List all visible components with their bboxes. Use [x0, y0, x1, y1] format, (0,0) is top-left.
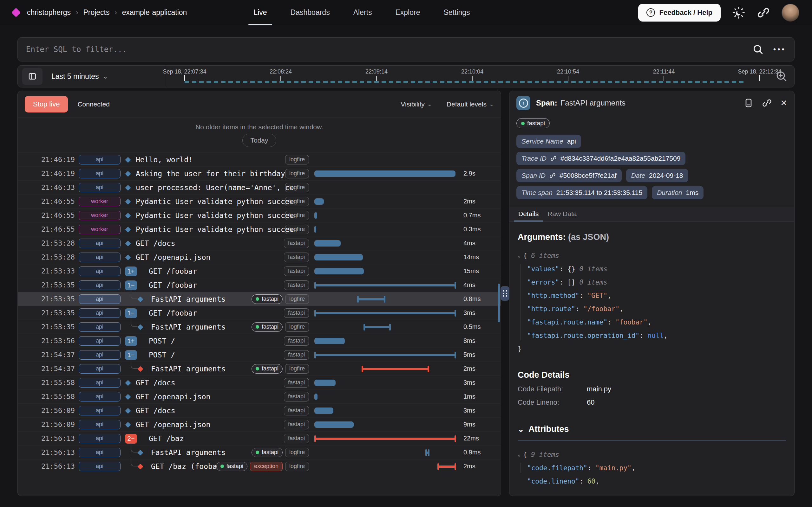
tag-logfire[interactable]: logfire [285, 322, 309, 332]
tag-logfire[interactable]: logfire [285, 155, 309, 164]
trace-row[interactable]: 21:56:09apiGET /docsfastapi3ms [18, 403, 501, 417]
copy-link-icon[interactable] [762, 98, 772, 108]
trace-row[interactable]: 21:55:58apiGET /openapi.jsonfastapi1ms [18, 389, 501, 403]
service-badge-api[interactable]: api [79, 322, 120, 332]
tag-fastapi[interactable]: fastapi [284, 308, 309, 318]
service-badge-api[interactable]: api [79, 434, 120, 443]
user-avatar[interactable] [781, 4, 799, 21]
tag-exception[interactable]: exception [250, 462, 283, 471]
breadcrumb-item[interactable]: Projects [83, 8, 109, 17]
expand-collapse-badge[interactable]: 2− [125, 434, 137, 444]
time-range-selector[interactable]: Last 5 minutes [51, 72, 99, 81]
service-badge-api[interactable]: api [79, 155, 120, 164]
share-link-icon[interactable] [757, 6, 770, 19]
service-badge-api[interactable]: api [79, 392, 120, 401]
tag-fastapi[interactable]: fastapi [284, 252, 309, 262]
service-badge-worker[interactable]: worker [79, 211, 120, 220]
breadcrumb-item[interactable]: christophergs [27, 8, 71, 17]
tag-logfire[interactable]: logfire [285, 169, 309, 178]
trace-row[interactable]: 21:53:35api1−GET /foobarfastapi4ms [18, 278, 501, 292]
trace-row[interactable]: 21:56:09apiGET /openapi.jsonfastapi9ms [18, 417, 501, 431]
more-options-icon[interactable]: ••• [773, 45, 786, 54]
service-badge-api[interactable]: api [79, 406, 120, 415]
trace-row[interactable]: 21:54:37api1−POST /fastapi5ms [18, 348, 501, 361]
trace-row[interactable]: 21:46:55workerPydantic User validate_pyt… [18, 208, 501, 222]
tag-logfire[interactable]: logfire [285, 364, 309, 374]
expand-collapse-badge[interactable]: 1+ [125, 336, 137, 346]
trace-row[interactable]: 21:54:37apiFastAPI argumentsfastapilogfi… [18, 361, 501, 376]
service-badge-worker[interactable]: worker [79, 197, 120, 206]
service-badge-api[interactable]: api [79, 183, 120, 192]
tag-fastapi[interactable]: fastapi [284, 239, 309, 248]
expand-collapse-badge[interactable]: 1+ [125, 267, 137, 276]
tag-fastapi[interactable]: fastapi [284, 378, 309, 388]
trace-row[interactable]: 21:53:56api1+POST /fastapi8ms [18, 334, 501, 348]
tag-fastapi[interactable]: fastapi [284, 336, 309, 346]
service-badge-api[interactable]: api [79, 267, 120, 276]
trace-row[interactable]: 21:53:35apiFastAPI argumentsfastapilogfi… [18, 292, 501, 306]
service-badge-api[interactable]: api [79, 462, 120, 471]
tag-fastapi[interactable]: fastapi [252, 294, 283, 304]
service-badge-api[interactable]: api [79, 350, 120, 360]
nav-item-alerts[interactable]: Alerts [353, 0, 372, 25]
service-badge-api[interactable]: api [79, 280, 120, 290]
attributes-heading[interactable]: ⌄ Attributes [518, 424, 786, 434]
tag-fastapi[interactable]: fastapi [252, 448, 283, 457]
service-badge-api[interactable]: api [79, 252, 120, 262]
collapse-icon[interactable]: ⌄ [518, 253, 520, 259]
trace-row[interactable]: 21:56:13apiFastAPI argumentsfastapilogfi… [18, 445, 501, 459]
metadata-chip[interactable]: Service Nameapi [516, 135, 581, 148]
feedback-help-button[interactable]: ? Feedback / Help [638, 4, 721, 21]
tab-raw-data[interactable]: Raw Data [543, 207, 581, 221]
metadata-chip[interactable]: Span ID#5008bce5f7fe21af [516, 169, 622, 182]
nav-item-settings[interactable]: Settings [444, 0, 470, 25]
tag-fastapi[interactable]: fastapi [284, 420, 309, 429]
service-badge-api[interactable]: api [79, 239, 120, 248]
logfire-logo-icon[interactable] [11, 8, 21, 17]
tag-logfire[interactable]: logfire [285, 211, 309, 220]
metadata-chip[interactable]: Duration1ms [652, 186, 704, 199]
expand-collapse-badge[interactable]: 1− [125, 280, 137, 290]
trace-row[interactable]: 21:56:13api2−GET /bazfastapi22ms [18, 431, 501, 445]
collapse-icon[interactable]: ⌄ [518, 452, 520, 458]
panel-resize-handle[interactable] [501, 286, 509, 301]
service-badge-worker[interactable]: worker [79, 225, 120, 234]
tag-fastapi[interactable]: fastapi [284, 392, 309, 401]
stop-live-button[interactable]: Stop live [25, 96, 68, 112]
nav-item-dashboards[interactable]: Dashboards [291, 0, 330, 25]
theme-toggle-icon[interactable] [732, 6, 745, 19]
tag-fastapi[interactable]: fastapi [216, 462, 247, 471]
trace-row[interactable]: 21:53:35api1−GET /foobarfastapi3ms [18, 306, 501, 320]
trace-row[interactable]: 21:46:19apiAsking the user for their bir… [18, 166, 501, 180]
service-badge-api[interactable]: api [79, 169, 120, 178]
tag-fastapi[interactable]: fastapi [284, 350, 309, 360]
service-badge-api[interactable]: api [79, 336, 120, 346]
fastapi-tag-pill[interactable]: fastapi [516, 118, 550, 128]
breadcrumb-item[interactable]: example-application [122, 8, 187, 17]
trace-row[interactable]: 21:53:28apiGET /openapi.jsonfastapi14ms [18, 250, 501, 264]
tag-logfire[interactable]: logfire [285, 462, 309, 471]
visibility-dropdown[interactable]: Visibility⌄ [401, 101, 432, 108]
service-badge-api[interactable]: api [79, 448, 120, 457]
nav-item-live[interactable]: Live [253, 0, 267, 25]
trace-row[interactable]: 21:53:33api1+GET /foobarfastapi15ms [18, 264, 501, 278]
trace-row[interactable]: 21:56:13apiGET /baz (foobar)fastapiexcep… [18, 459, 501, 473]
open-card-view-icon[interactable] [744, 98, 754, 108]
metadata-chip[interactable]: Date2024-09-18 [626, 169, 688, 182]
timeline-zoom-in-icon[interactable] [775, 70, 788, 84]
expand-collapse-badge[interactable]: 1− [125, 308, 137, 318]
metadata-chip[interactable]: Time span21:53:35.114 to 21:53:35.115 [516, 186, 647, 199]
breadcrumb[interactable]: christophergs›Projects›example-applicati… [27, 8, 187, 17]
tag-fastapi[interactable]: fastapi [284, 280, 309, 290]
close-icon[interactable]: ✕ [780, 98, 787, 108]
tag-logfire[interactable]: logfire [285, 225, 309, 234]
trace-row[interactable]: 21:46:19apiHello, world!logfire [18, 153, 501, 166]
tag-fastapi[interactable]: fastapi [284, 267, 309, 276]
trace-row[interactable]: 21:53:35apiFastAPI argumentsfastapilogfi… [18, 320, 501, 334]
sql-filter-input[interactable]: Enter SQL to filter... [26, 45, 127, 54]
default-levels-dropdown[interactable]: Default levels⌄ [447, 101, 494, 108]
tab-details[interactable]: Details [514, 207, 543, 221]
tag-fastapi[interactable]: fastapi [284, 434, 309, 443]
tag-logfire[interactable]: logfire [285, 183, 309, 192]
trace-row[interactable]: 21:46:55workerPydantic User validate_pyt… [18, 194, 501, 208]
